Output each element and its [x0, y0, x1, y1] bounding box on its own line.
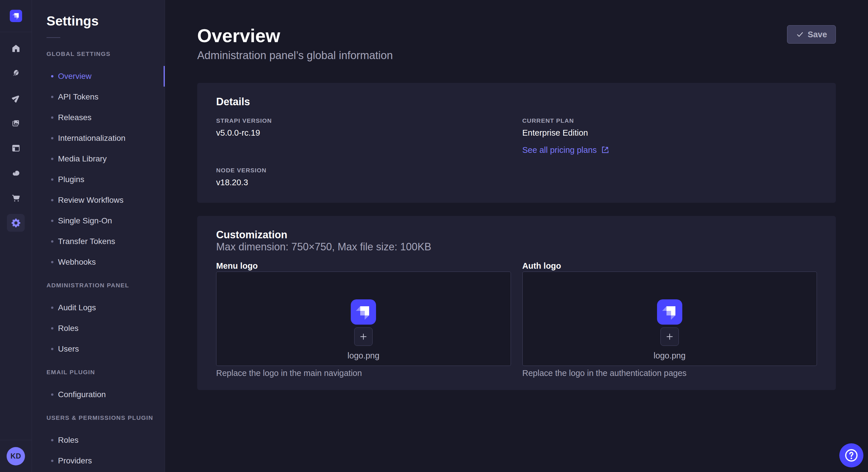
sidebar-divider — [46, 37, 60, 38]
pricing-plans-link-label: See all pricing plans — [522, 145, 597, 155]
section-list-email-plugin: Configuration — [46, 384, 150, 405]
sidebar-item-label: Providers — [58, 456, 92, 465]
auth-logo-label: Auth logo — [522, 262, 817, 270]
customization-subtitle: Max dimension: 750×750, Max file size: 1… — [216, 241, 817, 253]
bullet-icon — [51, 348, 53, 350]
sidebar-item-label: Roles — [58, 324, 79, 333]
sidebar-item-label: Plugins — [58, 175, 84, 184]
sidebar-item-label: Roles — [58, 436, 79, 445]
main-nav-rail: KD — [0, 0, 32, 472]
rail-nav-items — [7, 39, 25, 232]
sidebar-item-configuration[interactable]: Configuration — [46, 384, 150, 405]
sidebar-item-users[interactable]: Users — [46, 339, 150, 359]
sidebar-item-webhooks[interactable]: Webhooks — [46, 252, 150, 272]
auth-logo-filename: logo.png — [654, 351, 685, 361]
bullet-icon — [51, 199, 53, 201]
section-list-users-permissions-plugin: Roles Providers — [46, 430, 150, 471]
active-indicator — [164, 66, 165, 87]
rail-bottom: KD — [0, 440, 32, 472]
bullet-icon — [51, 137, 53, 139]
menu-logo-upload-box[interactable]: logo.png — [216, 272, 511, 366]
strapi-logo[interactable] — [10, 10, 22, 22]
sidebar-item-plugins[interactable]: Plugins — [46, 169, 150, 190]
feather-icon[interactable] — [7, 64, 25, 82]
sidebar-item-label: Transfer Tokens — [58, 237, 115, 246]
page-subtitle: Administration panel’s global informatio… — [197, 49, 393, 63]
cart-icon[interactable] — [7, 189, 25, 207]
sidebar-item-label: Audit Logs — [58, 303, 96, 312]
field-value: v18.20.3 — [216, 177, 511, 189]
sidebar-item-label: Users — [58, 344, 79, 353]
sidebar-item-label: API Tokens — [58, 92, 98, 102]
menu-logo-add-button[interactable] — [354, 328, 373, 346]
sidebar-item-label: Media Library — [58, 154, 107, 164]
sidebar-item-internationalization[interactable]: Internationalization — [46, 128, 150, 148]
cloud-icon[interactable] — [7, 164, 25, 182]
strapi-logo — [657, 299, 682, 325]
bullet-icon — [51, 261, 53, 263]
sidebar-item-media-library[interactable]: Media Library — [46, 148, 150, 169]
bullet-icon — [51, 394, 53, 396]
auth-logo-hint: Replace the logo in the authentication p… — [522, 368, 817, 378]
node-version-field: NODE VERSION v18.20.3 — [216, 167, 511, 189]
sidebar-item-label: Overview — [58, 72, 92, 81]
auth-logo-upload-box[interactable]: logo.png — [522, 272, 817, 366]
menu-logo-label: Menu logo — [216, 262, 511, 270]
images-icon[interactable] — [7, 114, 25, 132]
bullet-icon — [51, 220, 53, 222]
sidebar-item-up-roles[interactable]: Roles — [46, 430, 150, 450]
sidebar-item-releases[interactable]: Releases — [46, 107, 150, 128]
section-list-global-settings: Overview API Tokens Releases Internation… — [46, 66, 150, 272]
details-grid: STRAPI VERSION v5.0.0-rc.19 CURRENT PLAN… — [216, 117, 817, 189]
bullet-icon — [51, 178, 53, 181]
bullet-icon — [51, 75, 53, 77]
sidebar-item-single-sign-on[interactable]: Single Sign-On — [46, 210, 150, 231]
sidebar-item-audit-logs[interactable]: Audit Logs — [46, 297, 150, 318]
sidebar-item-transfer-tokens[interactable]: Transfer Tokens — [46, 231, 150, 252]
auth-logo-add-button[interactable] — [660, 328, 679, 346]
plus-icon — [665, 332, 674, 341]
home-icon[interactable] — [7, 39, 25, 57]
current-plan-field: CURRENT PLAN Enterprise Edition See all … — [522, 117, 817, 155]
sidebar-item-api-tokens[interactable]: API Tokens — [46, 87, 150, 107]
details-card: Details STRAPI VERSION v5.0.0-rc.19 CURR… — [197, 83, 836, 203]
field-label: NODE VERSION — [216, 167, 511, 174]
pricing-plans-link[interactable]: See all pricing plans — [522, 145, 609, 155]
sidebar-item-label: Single Sign-On — [58, 216, 112, 225]
page-title: Overview — [197, 25, 393, 47]
field-value: Enterprise Edition — [522, 127, 817, 139]
gear-icon[interactable] — [7, 214, 25, 232]
customization-card: Customization Max dimension: 750×750, Ma… — [197, 216, 836, 390]
menu-logo-field: Menu logo logo.png Replace the logo in t… — [216, 262, 511, 378]
menu-logo-filename: logo.png — [348, 351, 379, 361]
sidebar-item-label: Webhooks — [58, 258, 96, 267]
settings-sidebar: Settings GLOBAL SETTINGS Overview API To… — [32, 0, 165, 472]
avatar[interactable]: KD — [7, 447, 25, 465]
paper-plane-icon[interactable] — [7, 89, 25, 107]
bullet-icon — [51, 439, 53, 441]
sidebar-item-providers[interactable]: Providers — [46, 450, 150, 471]
question-mark-icon — [843, 447, 860, 464]
sidebar-item-overview[interactable]: Overview — [46, 66, 150, 87]
help-button[interactable] — [839, 443, 863, 467]
bullet-icon — [51, 327, 53, 330]
save-button[interactable]: Save — [787, 25, 836, 43]
sidebar-item-review-workflows[interactable]: Review Workflows — [46, 190, 150, 210]
sidebar-item-admin-roles[interactable]: Roles — [46, 318, 150, 339]
layout-icon[interactable] — [7, 139, 25, 157]
main-content: Overview Administration panel’s global i… — [165, 0, 868, 472]
field-value: v5.0.0-rc.19 — [216, 127, 511, 139]
section-label-email-plugin: EMAIL PLUGIN — [46, 369, 150, 376]
details-heading: Details — [216, 96, 817, 108]
uploads-grid: Menu logo logo.png Replace the logo in t… — [216, 262, 817, 378]
sidebar-title: Settings — [46, 13, 150, 29]
menu-logo-hint: Replace the logo in the main navigation — [216, 368, 511, 378]
section-label-administration-panel: ADMINISTRATION PANEL — [46, 281, 150, 289]
page-header: Overview Administration panel’s global i… — [197, 25, 836, 63]
page-header-titles: Overview Administration panel’s global i… — [197, 25, 393, 63]
save-button-label: Save — [808, 30, 827, 39]
field-label: CURRENT PLAN — [522, 117, 817, 125]
section-label-users-permissions-plugin: USERS & PERMISSIONS PLUGIN — [46, 414, 150, 422]
sidebar-item-label: Internationalization — [58, 134, 125, 143]
bullet-icon — [51, 307, 53, 309]
